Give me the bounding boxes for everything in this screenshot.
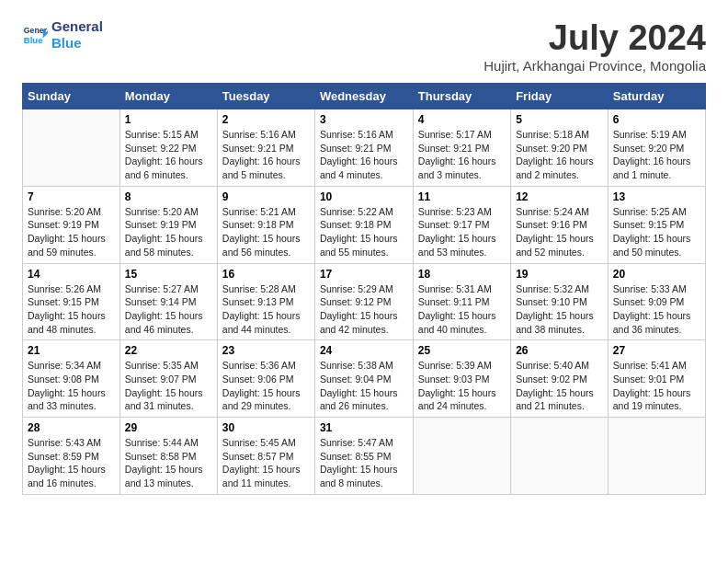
day-cell: 5Sunrise: 5:18 AMSunset: 9:20 PMDaylight… (511, 109, 609, 187)
day-cell: 18Sunrise: 5:31 AMSunset: 9:11 PMDayligh… (413, 263, 510, 340)
day-cell: 13Sunrise: 5:25 AMSunset: 9:15 PMDayligh… (608, 186, 705, 263)
sunset-label: Sunset: 9:03 PM (418, 373, 490, 385)
day-number: 10 (320, 190, 408, 203)
location: Hujirt, Arkhangai Province, Mongolia (483, 58, 706, 74)
day-cell (608, 418, 705, 495)
daylight-label: Daylight: 15 hours and 42 minutes. (320, 310, 398, 335)
sunset-label: Sunset: 9:01 PM (613, 373, 685, 385)
day-cell: 23Sunrise: 5:36 AMSunset: 9:06 PMDayligh… (217, 340, 314, 418)
sunset-label: Sunset: 9:21 PM (418, 143, 490, 154)
day-detail: Sunrise: 5:28 AMSunset: 9:13 PMDaylight:… (222, 282, 310, 337)
day-detail: Sunrise: 5:23 AMSunset: 9:17 PMDaylight:… (418, 205, 506, 259)
day-number: 17 (320, 268, 408, 281)
week-row-1: 1Sunrise: 5:15 AMSunset: 9:22 PMDaylight… (23, 109, 706, 187)
sunset-label: Sunset: 9:11 PM (418, 296, 490, 307)
sunset-label: Sunset: 9:22 PM (125, 143, 197, 154)
sunrise-label: Sunrise: 5:29 AM (320, 283, 393, 294)
logo-icon: General Blue (22, 22, 48, 48)
daylight-label: Daylight: 16 hours and 5 minutes. (222, 155, 301, 180)
day-cell: 20Sunrise: 5:33 AMSunset: 9:09 PMDayligh… (608, 263, 705, 340)
daylight-label: Daylight: 15 hours and 16 minutes. (28, 464, 106, 488)
sunrise-label: Sunrise: 5:35 AM (125, 360, 199, 371)
day-detail: Sunrise: 5:34 AMSunset: 9:08 PMDaylight:… (28, 359, 115, 413)
daylight-label: Daylight: 15 hours and 56 minutes. (222, 233, 301, 258)
sunrise-label: Sunrise: 5:27 AM (125, 283, 199, 294)
day-cell: 14Sunrise: 5:26 AMSunset: 9:15 PMDayligh… (23, 263, 120, 340)
sunrise-label: Sunrise: 5:16 AM (222, 129, 296, 140)
day-detail: Sunrise: 5:26 AMSunset: 9:15 PMDaylight:… (28, 282, 115, 337)
daylight-label: Daylight: 15 hours and 11 minutes. (222, 464, 301, 488)
day-number: 31 (320, 421, 408, 434)
title-area: July 2024 Hujirt, Arkhangai Province, Mo… (483, 18, 706, 74)
sunset-label: Sunset: 9:15 PM (28, 296, 99, 307)
day-number: 2 (222, 113, 310, 126)
sunrise-label: Sunrise: 5:32 AM (516, 283, 589, 294)
day-cell: 16Sunrise: 5:28 AMSunset: 9:13 PMDayligh… (217, 263, 314, 340)
sunrise-label: Sunrise: 5:39 AM (418, 360, 492, 371)
day-number: 16 (222, 268, 310, 281)
day-number: 28 (28, 421, 115, 434)
sunrise-label: Sunrise: 5:31 AM (418, 283, 492, 294)
sunrise-label: Sunrise: 5:21 AM (222, 206, 296, 217)
day-cell: 17Sunrise: 5:29 AMSunset: 9:12 PMDayligh… (314, 263, 413, 340)
sunrise-label: Sunrise: 5:20 AM (125, 206, 199, 217)
day-cell: 1Sunrise: 5:15 AMSunset: 9:22 PMDaylight… (119, 109, 217, 187)
day-number: 30 (222, 421, 310, 434)
logo-general: General (51, 18, 103, 34)
sunrise-label: Sunrise: 5:22 AM (320, 206, 393, 217)
daylight-label: Daylight: 15 hours and 33 minutes. (28, 387, 106, 412)
weekday-header-row: SundayMondayTuesdayWednesdayThursdayFrid… (23, 84, 706, 109)
daylight-label: Daylight: 15 hours and 55 minutes. (320, 233, 398, 258)
day-detail: Sunrise: 5:47 AMSunset: 8:55 PMDaylight:… (320, 436, 408, 490)
day-detail: Sunrise: 5:33 AMSunset: 9:09 PMDaylight:… (613, 282, 700, 337)
sunrise-label: Sunrise: 5:20 AM (28, 206, 101, 217)
daylight-label: Daylight: 15 hours and 48 minutes. (28, 310, 106, 335)
day-number: 19 (516, 268, 603, 281)
day-cell: 26Sunrise: 5:40 AMSunset: 9:02 PMDayligh… (511, 340, 609, 418)
sunrise-label: Sunrise: 5:36 AM (222, 360, 296, 371)
weekday-header-sunday: Sunday (23, 84, 120, 109)
sunset-label: Sunset: 9:19 PM (125, 219, 197, 230)
sunset-label: Sunset: 9:07 PM (125, 373, 197, 385)
day-cell: 30Sunrise: 5:45 AMSunset: 8:57 PMDayligh… (217, 418, 314, 495)
day-number: 24 (320, 344, 408, 357)
day-number: 21 (28, 344, 115, 357)
day-detail: Sunrise: 5:38 AMSunset: 9:04 PMDaylight:… (320, 359, 408, 413)
sunset-label: Sunset: 9:02 PM (516, 373, 587, 385)
daylight-label: Daylight: 15 hours and 21 minutes. (516, 387, 594, 412)
day-cell: 15Sunrise: 5:27 AMSunset: 9:14 PMDayligh… (119, 263, 217, 340)
day-detail: Sunrise: 5:43 AMSunset: 8:59 PMDaylight:… (28, 436, 115, 490)
logo-blue: Blue (51, 35, 82, 51)
day-detail: Sunrise: 5:39 AMSunset: 9:03 PMDaylight:… (418, 359, 506, 413)
sunset-label: Sunset: 9:08 PM (28, 373, 99, 385)
day-cell: 12Sunrise: 5:24 AMSunset: 9:16 PMDayligh… (511, 186, 609, 263)
day-detail: Sunrise: 5:21 AMSunset: 9:18 PMDaylight:… (222, 205, 310, 259)
day-cell (413, 418, 510, 495)
week-row-2: 7Sunrise: 5:20 AMSunset: 9:19 PMDaylight… (23, 186, 706, 263)
daylight-label: Daylight: 15 hours and 26 minutes. (320, 387, 398, 412)
day-number: 26 (516, 344, 603, 357)
day-number: 15 (125, 268, 212, 281)
sunset-label: Sunset: 8:59 PM (28, 451, 99, 462)
day-detail: Sunrise: 5:15 AMSunset: 9:22 PMDaylight:… (125, 128, 212, 182)
sunrise-label: Sunrise: 5:44 AM (125, 437, 199, 448)
day-number: 23 (222, 344, 310, 357)
day-number: 3 (320, 113, 408, 126)
sunset-label: Sunset: 9:15 PM (613, 219, 685, 230)
day-detail: Sunrise: 5:16 AMSunset: 9:21 PMDaylight:… (320, 128, 408, 182)
day-number: 9 (222, 190, 310, 203)
weekday-header-monday: Monday (119, 84, 217, 109)
day-detail: Sunrise: 5:18 AMSunset: 9:20 PMDaylight:… (516, 128, 603, 182)
sunset-label: Sunset: 9:16 PM (516, 219, 587, 230)
day-cell: 9Sunrise: 5:21 AMSunset: 9:18 PMDaylight… (217, 186, 314, 263)
day-number: 27 (613, 344, 700, 357)
day-detail: Sunrise: 5:32 AMSunset: 9:10 PMDaylight:… (516, 282, 603, 337)
day-detail: Sunrise: 5:24 AMSunset: 9:16 PMDaylight:… (516, 205, 603, 259)
logo-text: General Blue (51, 18, 103, 52)
sunset-label: Sunset: 8:58 PM (125, 451, 197, 462)
sunset-label: Sunset: 9:06 PM (222, 373, 294, 385)
month-year: July 2024 (483, 18, 706, 58)
sunset-label: Sunset: 8:55 PM (320, 451, 392, 462)
daylight-label: Daylight: 15 hours and 29 minutes. (222, 387, 301, 412)
week-row-3: 14Sunrise: 5:26 AMSunset: 9:15 PMDayligh… (23, 263, 706, 340)
